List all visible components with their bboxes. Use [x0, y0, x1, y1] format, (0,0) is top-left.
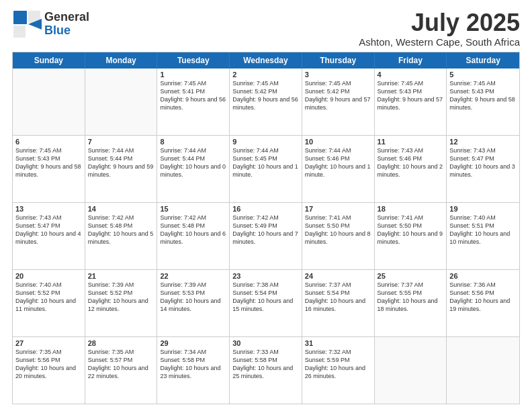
- day-info: Sunrise: 7:41 AM Sunset: 5:50 PM Dayligh…: [378, 214, 444, 246]
- page: General Blue July 2025 Ashton, Western C…: [0, 0, 532, 411]
- header-sunday: Sunday: [13, 52, 85, 68]
- calendar-cell: 8Sunrise: 7:44 AM Sunset: 5:44 PM Daylig…: [157, 136, 230, 202]
- day-info: Sunrise: 7:34 AM Sunset: 5:58 PM Dayligh…: [160, 348, 226, 381]
- day-number: 19: [449, 205, 517, 213]
- day-number: 28: [88, 339, 154, 347]
- calendar-cell: [447, 337, 519, 404]
- day-number: 16: [232, 205, 299, 213]
- day-info: Sunrise: 7:45 AM Sunset: 5:43 PM Dayligh…: [15, 146, 82, 179]
- day-info: Sunrise: 7:44 AM Sunset: 5:44 PM Dayligh…: [88, 146, 154, 179]
- calendar-cell: 29Sunrise: 7:34 AM Sunset: 5:58 PM Dayli…: [157, 337, 230, 404]
- calendar-cell: [375, 337, 447, 404]
- calendar-cell: 13Sunrise: 7:43 AM Sunset: 5:47 PM Dayli…: [13, 203, 85, 269]
- calendar-cell: 11Sunrise: 7:43 AM Sunset: 5:46 PM Dayli…: [375, 136, 447, 202]
- logo-general: General: [44, 11, 89, 24]
- calendar-row: 13Sunrise: 7:43 AM Sunset: 5:47 PM Dayli…: [13, 203, 519, 270]
- header-friday: Friday: [375, 52, 447, 68]
- day-info: Sunrise: 7:44 AM Sunset: 5:46 PM Dayligh…: [305, 146, 371, 179]
- day-number: 8: [160, 138, 226, 146]
- day-number: 15: [160, 205, 226, 213]
- day-number: 3: [305, 71, 371, 79]
- calendar-row: 27Sunrise: 7:35 AM Sunset: 5:56 PM Dayli…: [13, 337, 519, 404]
- calendar-cell: 30Sunrise: 7:33 AM Sunset: 5:58 PM Dayli…: [230, 337, 302, 404]
- day-number: 22: [160, 272, 226, 280]
- day-info: Sunrise: 7:45 AM Sunset: 5:42 PM Dayligh…: [305, 79, 371, 112]
- day-number: 6: [15, 138, 82, 146]
- day-info: Sunrise: 7:45 AM Sunset: 5:43 PM Dayligh…: [449, 79, 517, 112]
- header-tuesday: Tuesday: [157, 52, 230, 68]
- page-subtitle: Ashton, Western Cape, South Africa: [359, 36, 520, 48]
- calendar-cell: 10Sunrise: 7:44 AM Sunset: 5:46 PM Dayli…: [302, 136, 375, 202]
- day-info: Sunrise: 7:40 AM Sunset: 5:51 PM Dayligh…: [449, 214, 517, 246]
- calendar-cell: 9Sunrise: 7:44 AM Sunset: 5:45 PM Daylig…: [230, 136, 302, 202]
- day-number: 9: [232, 138, 299, 146]
- logo-blue: Blue: [44, 24, 89, 38]
- day-info: Sunrise: 7:33 AM Sunset: 5:58 PM Dayligh…: [232, 348, 299, 381]
- day-info: Sunrise: 7:42 AM Sunset: 5:49 PM Dayligh…: [232, 214, 299, 246]
- calendar-cell: 16Sunrise: 7:42 AM Sunset: 5:49 PM Dayli…: [230, 203, 302, 269]
- calendar-cell: 7Sunrise: 7:44 AM Sunset: 5:44 PM Daylig…: [85, 136, 158, 202]
- day-info: Sunrise: 7:45 AM Sunset: 5:41 PM Dayligh…: [160, 79, 226, 112]
- day-number: 12: [449, 138, 517, 146]
- day-info: Sunrise: 7:35 AM Sunset: 5:56 PM Dayligh…: [15, 348, 82, 381]
- title-block: July 2025 Ashton, Western Cape, South Af…: [359, 9, 520, 48]
- calendar-cell: 23Sunrise: 7:38 AM Sunset: 5:54 PM Dayli…: [230, 270, 302, 336]
- calendar: Sunday Monday Tuesday Wednesday Thursday…: [12, 52, 520, 404]
- day-number: 11: [378, 138, 444, 146]
- calendar-cell: 19Sunrise: 7:40 AM Sunset: 5:51 PM Dayli…: [447, 203, 519, 269]
- day-number: 5: [449, 71, 517, 79]
- calendar-body: 1Sunrise: 7:45 AM Sunset: 5:41 PM Daylig…: [13, 68, 519, 404]
- calendar-cell: 14Sunrise: 7:42 AM Sunset: 5:48 PM Dayli…: [85, 203, 158, 269]
- calendar-row: 1Sunrise: 7:45 AM Sunset: 5:41 PM Daylig…: [13, 68, 519, 136]
- day-number: 30: [232, 339, 299, 347]
- calendar-cell: 22Sunrise: 7:39 AM Sunset: 5:53 PM Dayli…: [157, 270, 230, 336]
- calendar-cell: 28Sunrise: 7:35 AM Sunset: 5:57 PM Dayli…: [85, 337, 158, 404]
- day-info: Sunrise: 7:36 AM Sunset: 5:56 PM Dayligh…: [449, 281, 517, 314]
- calendar-cell: 12Sunrise: 7:43 AM Sunset: 5:47 PM Dayli…: [447, 136, 519, 202]
- day-info: Sunrise: 7:45 AM Sunset: 5:43 PM Dayligh…: [378, 79, 444, 112]
- calendar-cell: 5Sunrise: 7:45 AM Sunset: 5:43 PM Daylig…: [447, 68, 519, 135]
- day-number: 21: [88, 272, 154, 280]
- calendar-cell: [13, 68, 85, 135]
- calendar-row: 20Sunrise: 7:40 AM Sunset: 5:52 PM Dayli…: [13, 270, 519, 337]
- day-info: Sunrise: 7:39 AM Sunset: 5:52 PM Dayligh…: [88, 281, 154, 314]
- day-number: 7: [88, 138, 154, 146]
- day-number: 25: [378, 272, 444, 280]
- calendar-cell: 18Sunrise: 7:41 AM Sunset: 5:50 PM Dayli…: [375, 203, 447, 269]
- day-number: 14: [88, 205, 154, 213]
- logo-icon: [12, 9, 42, 39]
- calendar-row: 6Sunrise: 7:45 AM Sunset: 5:43 PM Daylig…: [13, 136, 519, 203]
- day-number: 4: [378, 71, 444, 79]
- day-info: Sunrise: 7:43 AM Sunset: 5:47 PM Dayligh…: [15, 214, 82, 246]
- day-info: Sunrise: 7:37 AM Sunset: 5:54 PM Dayligh…: [305, 281, 371, 314]
- calendar-cell: 3Sunrise: 7:45 AM Sunset: 5:42 PM Daylig…: [302, 68, 375, 135]
- calendar-cell: 26Sunrise: 7:36 AM Sunset: 5:56 PM Dayli…: [447, 270, 519, 336]
- day-info: Sunrise: 7:32 AM Sunset: 5:59 PM Dayligh…: [305, 348, 371, 381]
- day-number: 13: [15, 205, 82, 213]
- calendar-cell: 2Sunrise: 7:45 AM Sunset: 5:42 PM Daylig…: [230, 68, 302, 135]
- calendar-cell: 24Sunrise: 7:37 AM Sunset: 5:54 PM Dayli…: [302, 270, 375, 336]
- calendar-cell: [85, 68, 158, 135]
- calendar-cell: 1Sunrise: 7:45 AM Sunset: 5:41 PM Daylig…: [157, 68, 230, 135]
- day-number: 2: [232, 71, 299, 79]
- day-info: Sunrise: 7:42 AM Sunset: 5:48 PM Dayligh…: [88, 214, 154, 246]
- day-number: 20: [15, 272, 82, 280]
- day-info: Sunrise: 7:38 AM Sunset: 5:54 PM Dayligh…: [232, 281, 299, 314]
- day-number: 26: [449, 272, 517, 280]
- header-monday: Monday: [85, 52, 158, 68]
- day-info: Sunrise: 7:42 AM Sunset: 5:48 PM Dayligh…: [160, 214, 226, 246]
- day-info: Sunrise: 7:44 AM Sunset: 5:44 PM Dayligh…: [160, 146, 226, 179]
- calendar-cell: 21Sunrise: 7:39 AM Sunset: 5:52 PM Dayli…: [85, 270, 158, 336]
- header-thursday: Thursday: [302, 52, 375, 68]
- calendar-cell: 25Sunrise: 7:37 AM Sunset: 5:55 PM Dayli…: [375, 270, 447, 336]
- day-info: Sunrise: 7:45 AM Sunset: 5:42 PM Dayligh…: [232, 79, 299, 112]
- day-info: Sunrise: 7:43 AM Sunset: 5:47 PM Dayligh…: [449, 146, 517, 179]
- day-number: 23: [232, 272, 299, 280]
- day-number: 31: [305, 339, 371, 347]
- svg-rect-0: [13, 11, 27, 24]
- day-info: Sunrise: 7:41 AM Sunset: 5:50 PM Dayligh…: [305, 214, 371, 246]
- header-wednesday: Wednesday: [230, 52, 302, 68]
- day-info: Sunrise: 7:37 AM Sunset: 5:55 PM Dayligh…: [378, 281, 444, 314]
- calendar-cell: 31Sunrise: 7:32 AM Sunset: 5:59 PM Dayli…: [302, 337, 375, 404]
- day-info: Sunrise: 7:40 AM Sunset: 5:52 PM Dayligh…: [15, 281, 82, 314]
